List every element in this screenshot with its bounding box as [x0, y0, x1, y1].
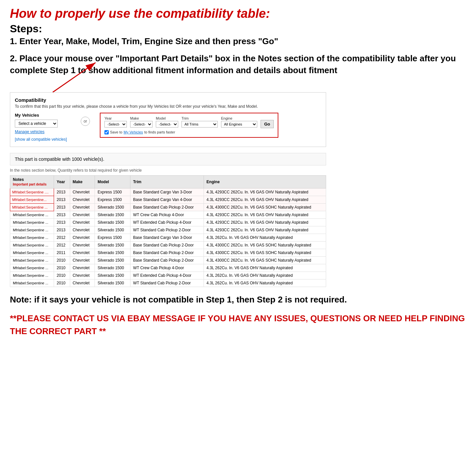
save-rest: to finds parts faster	[144, 130, 175, 134]
year-field: Year -Select-	[104, 116, 127, 128]
cell-notes: Mfrlabel:Serpentine ...	[10, 249, 54, 256]
cell-trim: Base Standard Cargo Van 4-Door	[130, 196, 204, 203]
cell-notes: Mfrlabel:Serpentine ...	[10, 211, 54, 218]
note-text: Note: if it says your vehicle is not com…	[10, 294, 466, 305]
col-trim: Trim	[130, 175, 204, 188]
cell-year: 2013	[54, 203, 70, 211]
note-section: Note: if it says your vehicle is not com…	[10, 294, 466, 305]
cell-year: 2011	[54, 249, 70, 256]
cell-engine: 4.3L 4300CC 262Cu. In. V6 GAS SOHC Natur…	[204, 249, 326, 256]
table-row: Mfrlabel:Serpentine ... 2010 Chevrolet S…	[10, 279, 326, 287]
cell-model: Silverado 1500	[95, 279, 130, 287]
ymm-section: Year -Select- Make -Select- Model -Selec…	[100, 113, 278, 138]
cell-make: Chevrolet	[70, 249, 95, 256]
col-engine: Engine	[204, 175, 326, 188]
cell-year: 2013	[54, 211, 70, 218]
cell-notes: Mfrlabel:Serpentine ...	[10, 226, 54, 234]
contact-text: **PLEASE CONTACT US VIA EBAY MESSAGE IF …	[10, 312, 466, 338]
show-all-link[interactable]: [show all compatible vehicles]	[15, 137, 67, 142]
my-vehicles-label: My Vehicles	[15, 113, 71, 118]
compatibility-section: Compatibility To confirm that this part …	[10, 92, 326, 147]
my-vehicles-section: My Vehicles Select a vehicle Manage vehi…	[15, 113, 71, 142]
cell-year: 2012	[54, 241, 70, 249]
cell-year: 2013	[54, 226, 70, 234]
cell-engine: 4.3L 4293CC 262Cu. In. V6 GAS OHV Natura…	[204, 211, 326, 218]
cell-notes: Mfrlabel:Serpentine ...	[10, 279, 54, 287]
vehicle-select[interactable]: Select a vehicle	[15, 120, 58, 128]
cell-trim: WT Standard Cab Pickup 2-Door	[130, 279, 204, 287]
my-vehicles-link[interactable]: My Vehicles	[124, 130, 143, 134]
cell-trim: Base Standard Cargo Van 3-Door	[130, 234, 204, 241]
save-checkbox[interactable]	[104, 130, 109, 134]
table-row: Mfrlabel:Serpentine... 2013 Chevrolet Ex…	[10, 196, 326, 203]
cell-model: Silverado 1500	[95, 264, 130, 272]
cell-model: Silverado 1500	[95, 218, 130, 226]
cell-notes: Mfrlabel:Serpentine ...	[10, 234, 54, 241]
cell-year: 2013	[54, 188, 70, 196]
cell-make: Chevrolet	[70, 196, 95, 203]
cell-year: 2013	[54, 218, 70, 226]
year-select[interactable]: -Select-	[104, 121, 127, 128]
compat-subtitle: To confirm that this part fits your vehi…	[15, 104, 321, 109]
cell-trim: WT Crew Cab Pickup 4-Door	[130, 211, 204, 218]
table-row: Mfrlabel:Serpentine ... 2013 Chevrolet S…	[10, 211, 326, 218]
cell-trim: Base Standard Cab Pickup 2-Door	[130, 249, 204, 256]
save-row: Save to My Vehicles to finds parts faste…	[104, 130, 274, 134]
cell-engine: 4.3L 262Cu. In. V6 GAS OHV Naturally Asp…	[204, 279, 326, 287]
model-field: Model -Select-	[156, 116, 178, 128]
steps-label: Steps:	[10, 23, 466, 35]
cell-make: Chevrolet	[70, 264, 95, 272]
cell-model: Express 1500	[95, 196, 130, 203]
cell-notes: Mfrlabel:Serpentine ...	[10, 272, 54, 279]
compatible-banner: This part is compatible with 1000 vehicl…	[10, 153, 326, 165]
engine-select[interactable]: All Engines	[221, 121, 257, 128]
cell-trim: WT Extended Cab Pickup 4-Door	[130, 218, 204, 226]
table-header-row: NotesImportant part details Year Make Mo…	[10, 175, 326, 188]
cell-trim: Base Standard Cargo Van 3-Door	[130, 188, 204, 196]
compat-title: Compatibility	[15, 97, 321, 103]
cell-trim: Base Standard Cab Pickup 2-Door	[130, 203, 204, 211]
cell-model: Silverado 1500	[95, 241, 130, 249]
cell-notes: Mfrlabel:Serpentine ...	[10, 241, 54, 249]
table-row: Mfrlabel:Serpentine ... 2012 Chevrolet S…	[10, 241, 326, 249]
notes-text: In the notes section below, Quantity ref…	[10, 168, 326, 173]
cell-notes: Mfrlabel:Serpentine ...	[10, 256, 54, 264]
go-button[interactable]: Go	[261, 120, 274, 128]
manage-vehicles-link[interactable]: Manage vehicles	[15, 129, 71, 134]
cell-make: Chevrolet	[70, 211, 95, 218]
cell-engine: 4.3L 4293CC 262Cu. In. V6 GAS OHV Natura…	[204, 226, 326, 234]
trim-label: Trim	[182, 116, 218, 120]
step1-text: 1. Enter Year, Make, Model, Trim, Engine…	[10, 36, 466, 46]
main-title: How to properly use the compatibility ta…	[10, 7, 466, 21]
cell-engine: 4.3L 4293CC 262Cu. In. V6 GAS OHV Natura…	[204, 218, 326, 226]
make-field: Make -Select-	[130, 116, 153, 128]
cell-engine: 4.3L 4300CC 262Cu. In. V6 GAS SOHC Natur…	[204, 203, 326, 211]
cell-make: Chevrolet	[70, 218, 95, 226]
model-select[interactable]: -Select-	[156, 121, 178, 128]
make-label: Make	[130, 116, 153, 120]
cell-make: Chevrolet	[70, 279, 95, 287]
table-row: Mfrlabel:Serpentine ... 2012 Chevrolet E…	[10, 234, 326, 241]
red-arrow-icon	[43, 56, 115, 96]
cell-engine: 4.3L 4293CC 262Cu. In. V6 GAS OHV Natura…	[204, 188, 326, 196]
svg-line-1	[53, 63, 96, 92]
cell-trim: Base Standard Cab Pickup 2-Door	[130, 241, 204, 249]
cell-notes: Mfrlabel:Serpentine ...	[10, 218, 54, 226]
engine-label: Engine	[221, 116, 257, 120]
make-select[interactable]: -Select-	[130, 121, 153, 128]
cell-model: Silverado 1500	[95, 226, 130, 234]
col-year: Year	[54, 175, 70, 188]
cell-make: Chevrolet	[70, 188, 95, 196]
year-label: Year	[104, 116, 127, 120]
cell-trim: WT Extended Cab Pickup 4-Door	[130, 272, 204, 279]
cell-notes: Mfrlabel:Serpentine ...	[10, 264, 54, 272]
cell-engine: 4.3L 4293CC 262Cu. In. V6 GAS OHV Natura…	[204, 196, 326, 203]
cell-year: 2012	[54, 234, 70, 241]
cell-trim: WT Standard Cab Pickup 2-Door	[130, 226, 204, 234]
table-row: Mfrlabel:Serpentine ... 2010 Chevrolet S…	[10, 264, 326, 272]
trim-select[interactable]: All Trims	[182, 121, 218, 128]
table-row: Mfrlabel:Serpentine ... 2013 Chevrolet S…	[10, 203, 326, 211]
cell-trim: Base Standard Cab Pickup 2-Door	[130, 256, 204, 264]
cell-model: Silverado 1500	[95, 211, 130, 218]
cell-year: 2010	[54, 272, 70, 279]
